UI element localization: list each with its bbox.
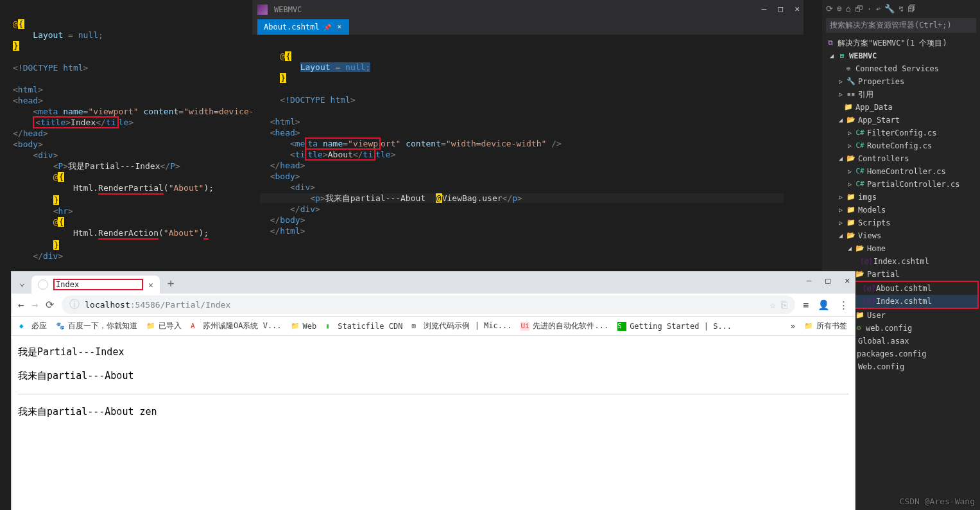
close-button[interactable]: ✕: [795, 4, 800, 13]
properties-node[interactable]: ▷🔧Properties: [822, 75, 980, 88]
browser-window: ⌄ Index ✕ + — □ ✕ ← → ⟳ ⓘ localhost:5458…: [12, 272, 855, 510]
back-icon[interactable]: ↶: [875, 4, 881, 13]
new-tab-button[interactable]: +: [162, 276, 180, 290]
content-line-3: 我来自partial---About zen: [18, 406, 848, 418]
appstart-folder[interactable]: ◢📂App_Start: [822, 114, 980, 127]
partialcontroller-file[interactable]: ▷C#PartialController.cs: [822, 178, 980, 191]
homecontroller-file[interactable]: ▷C#HomeController.cs: [822, 165, 980, 178]
url-text: localhost:54586/Partial/Index: [85, 300, 230, 310]
sln-root[interactable]: ⧉解决方案"WEBMVC"(1 个项目): [822, 37, 980, 49]
controllers-folder[interactable]: ◢📂Controllers: [822, 152, 980, 165]
browser-tabstrip: ⌄ Index ✕ + — □ ✕: [12, 272, 855, 294]
vs-title: WEBMVC: [274, 5, 302, 14]
back-button[interactable]: ←: [18, 299, 24, 311]
filterconfig-file[interactable]: ▷C#FilterConfig.cs: [822, 127, 980, 139]
refresh-icon[interactable]: ⟳: [826, 4, 833, 13]
star-icon[interactable]: ☆: [769, 299, 776, 311]
bm-baidu[interactable]: 🐾百度一下，你就知道: [56, 321, 137, 331]
extensions-icon[interactable]: ≡: [803, 299, 809, 311]
home-index-file[interactable]: [@]Index.cshtml: [822, 255, 980, 268]
bm-imported[interactable]: 📁已导入: [146, 321, 182, 331]
models-folder[interactable]: ▷📁Models: [822, 204, 980, 216]
editor-tabs: About.cshtml 📌 ×: [252, 19, 804, 35]
page-content: 我是Partial---Index 我来自partial---About 我来自…: [12, 336, 855, 440]
scripts-folder[interactable]: ▷📁Scripts: [822, 216, 980, 229]
project-node[interactable]: ◢⊞WEBMVC: [822, 49, 980, 62]
code-block-index: @{ Layout = null; } <!DOCTYPE html> <htm…: [5, 3, 247, 277]
site-info-icon[interactable]: ⓘ: [69, 298, 80, 312]
bm-all[interactable]: 📁所有书签: [804, 321, 847, 331]
views-folder[interactable]: ◢📂Views: [822, 229, 980, 242]
sync-icon[interactable]: 🗗: [855, 4, 863, 13]
browser-tab-index[interactable]: Index ✕: [31, 276, 160, 294]
appdata-folder[interactable]: 📁App_Data: [822, 101, 980, 114]
tab-title: Index: [53, 279, 143, 290]
home-folder[interactable]: ◢📂Home: [822, 242, 980, 255]
menu-icon[interactable]: ⋮: [839, 299, 848, 311]
bm-oa[interactable]: A苏州诚隆OA系统 V...: [191, 321, 282, 331]
install-icon[interactable]: ⎘: [781, 299, 787, 311]
connected-services[interactable]: ⊕Connected Services: [822, 62, 980, 75]
sol-toolbar: ⟳ ⊖ ⌂ 🗗 · ↶ 🔧 ↯ 🗐: [822, 0, 980, 17]
content-line-2: 我来自partial---About: [18, 370, 848, 382]
bm-ms[interactable]: ⊞浏览代码示例 | Mic...: [411, 321, 511, 331]
minimize-button[interactable]: —: [762, 4, 767, 13]
address-bar: ← → ⟳ ⓘ localhost:54586/Partial/Index ☆ …: [12, 294, 855, 317]
tab-close-button[interactable]: ✕: [148, 280, 153, 290]
bm-overflow[interactable]: »: [791, 322, 795, 331]
bm-gs[interactable]: SGetting Started | S...: [617, 322, 732, 331]
forward-button[interactable]: →: [32, 299, 39, 311]
imgs-folder[interactable]: ▷📁imgs: [822, 191, 980, 204]
close-tab-button[interactable]: ×: [335, 22, 344, 31]
profile-icon[interactable]: 👤: [818, 299, 830, 311]
wrench-icon[interactable]: 🔧: [884, 4, 895, 13]
watermark: CSDN @Ares-Wang: [900, 497, 975, 506]
editor-left: @{ Layout = null; } <!DOCTYPE html> <htm…: [0, 0, 252, 272]
references-node[interactable]: ▷▪▪引用: [822, 88, 980, 101]
bm-bing[interactable]: ◆必应: [19, 321, 47, 331]
browser-minimize-button[interactable]: —: [807, 276, 812, 285]
tab-about-cshtml[interactable]: About.cshtml 📌 ×: [257, 19, 349, 35]
bm-ui[interactable]: Ui先进的自动化软件...: [520, 321, 608, 331]
routeconfig-file[interactable]: ▷C#RouteConfig.cs: [822, 139, 980, 152]
browser-close-button[interactable]: ✕: [845, 276, 850, 285]
pin-icon[interactable]: 📌: [323, 24, 331, 31]
bm-staticfile[interactable]: ▮Staticfile CDN: [325, 322, 402, 331]
content-line-1: 我是Partial---Index: [18, 346, 848, 358]
tab-label: About.cshtml: [264, 22, 320, 31]
favicon-icon: [38, 279, 48, 290]
url-input[interactable]: ⓘ localhost:54586/Partial/Index ☆ ⎘: [62, 295, 795, 314]
vs-logo-icon: [257, 4, 268, 15]
content-divider: [18, 394, 848, 394]
home-icon[interactable]: ⌂: [846, 4, 851, 13]
sol-search[interactable]: 搜索解决方案资源管理器(Ctrl+;): [826, 18, 976, 33]
browser-maximize-button[interactable]: □: [825, 276, 830, 285]
copy-icon[interactable]: 🗐: [907, 4, 916, 13]
vs-titlebar: WEBMVC — □ ✕: [252, 0, 804, 19]
bm-web[interactable]: 📁Web: [291, 322, 317, 331]
editor-right: WEBMVC — □ ✕ About.cshtml 📌 × @{ Layout …: [252, 0, 804, 272]
maximize-button[interactable]: □: [778, 4, 783, 13]
tab-search-icon[interactable]: ⌄: [15, 277, 29, 288]
bookmarks-bar: ◆必应 🐾百度一下，你就知道 📁已导入 A苏州诚隆OA系统 V... 📁Web …: [12, 317, 855, 336]
code-block-about: @{ Layout = null; } <!DOCTYPE html> <htm…: [252, 35, 804, 252]
props-icon[interactable]: ↯: [898, 4, 904, 13]
collapse-icon[interactable]: ⊖: [837, 4, 842, 13]
reload-button[interactable]: ⟳: [46, 299, 54, 311]
